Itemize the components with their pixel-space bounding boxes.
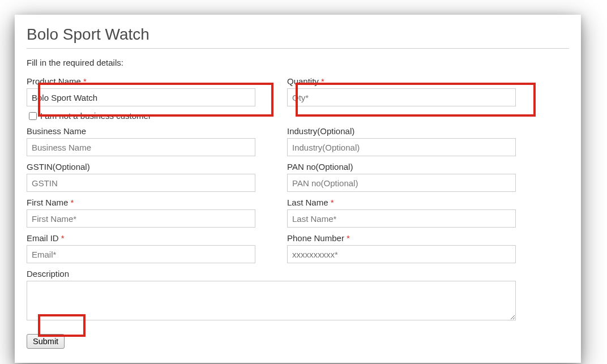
pan-input[interactable] [287, 174, 516, 192]
label-product-name-text: Product Name [27, 76, 81, 86]
industry-input[interactable] [287, 138, 516, 156]
label-description: Description [27, 269, 516, 279]
first-name-input[interactable] [27, 209, 255, 228]
field-first-name: First Name * [27, 198, 255, 228]
field-description: Description [27, 269, 516, 323]
label-last-name-text: Last Name [287, 198, 328, 207]
label-quantity-text: Quantity [287, 76, 319, 86]
phone-input[interactable] [287, 245, 516, 263]
label-not-business: I am not a business customer [40, 111, 151, 121]
label-email: Email ID * [27, 233, 255, 243]
required-asterisk: * [61, 233, 65, 243]
email-input[interactable] [27, 245, 255, 263]
label-first-name-text: First Name [27, 198, 68, 207]
field-email: Email ID * [27, 233, 255, 263]
gstin-input[interactable] [27, 174, 255, 192]
label-quantity: Quantity * [287, 76, 516, 86]
label-phone-text: Phone Number [287, 233, 344, 243]
intro-text: Fill in the required details: [27, 58, 569, 67]
quantity-input[interactable] [287, 88, 516, 106]
form-card: Bolo Sport Watch Fill in the required de… [15, 15, 581, 363]
field-gstin: GSTIN(Optional) [27, 162, 255, 192]
required-asterisk: * [83, 76, 87, 86]
label-business-name: Business Name [27, 126, 255, 136]
required-asterisk: * [321, 76, 324, 86]
label-last-name: Last Name * [287, 198, 516, 207]
form-grid: Product Name * Quantity * I am not a bus… [27, 76, 569, 328]
description-textarea[interactable] [27, 281, 516, 320]
required-asterisk: * [331, 198, 334, 207]
field-pan: PAN no(Optional) [287, 162, 516, 192]
not-business-checkbox[interactable] [29, 112, 37, 120]
label-product-name: Product Name * [27, 76, 255, 86]
field-phone: Phone Number * [287, 233, 516, 263]
title-divider [27, 48, 569, 49]
label-pan: PAN no(Optional) [287, 162, 516, 172]
label-first-name: First Name * [27, 198, 255, 207]
field-product-name: Product Name * [27, 76, 255, 106]
field-business-name: Business Name [27, 126, 255, 156]
product-name-input[interactable] [27, 88, 255, 106]
label-industry: Industry(Optional) [287, 126, 516, 136]
submit-button[interactable]: Submit [27, 334, 65, 349]
business-name-input[interactable] [27, 138, 255, 156]
label-gstin: GSTIN(Optional) [27, 162, 255, 172]
page-title: Bolo Sport Watch [27, 25, 569, 44]
submit-row: Submit [27, 334, 569, 349]
field-not-business: I am not a business customer [27, 110, 255, 122]
last-name-input[interactable] [287, 209, 516, 228]
field-last-name: Last Name * [287, 198, 516, 228]
label-phone: Phone Number * [287, 233, 516, 243]
field-quantity: Quantity * [287, 76, 516, 106]
required-asterisk: * [71, 198, 74, 207]
label-email-text: Email ID [27, 233, 59, 243]
field-industry: Industry(Optional) [287, 126, 516, 156]
required-asterisk: * [347, 233, 350, 243]
